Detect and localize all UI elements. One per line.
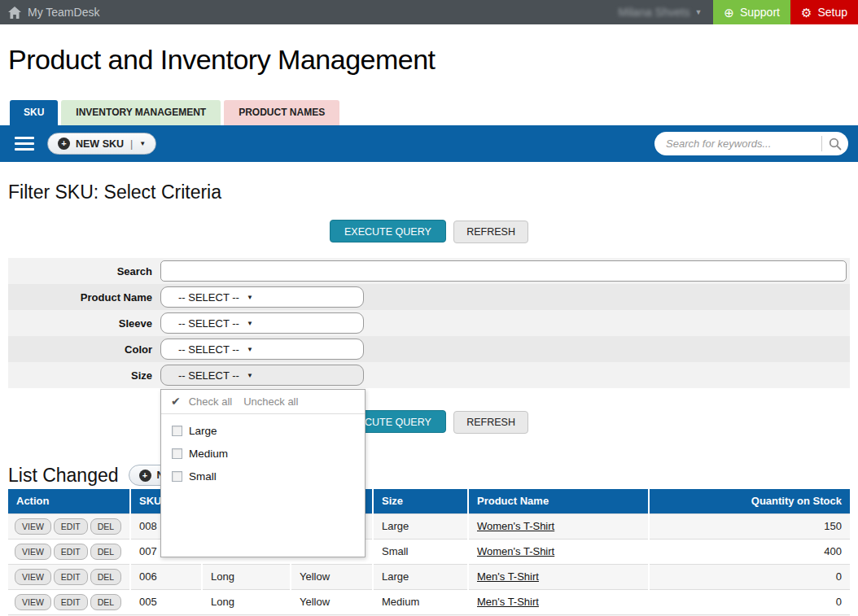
cell-size: Small xyxy=(373,539,468,564)
cell-quantity: 150 xyxy=(649,513,850,539)
cell-quantity: 400 xyxy=(649,539,850,564)
cell-quantity: 0 xyxy=(649,564,850,589)
tab-product-names[interactable]: PRODUCT NAMES xyxy=(224,100,339,125)
chevron-down-icon: ▼ xyxy=(247,320,253,327)
cell-color: Yellow xyxy=(291,564,373,589)
magnifier-icon[interactable] xyxy=(822,132,848,155)
cell-color: Yellow xyxy=(291,589,373,614)
filter-select-size[interactable]: -- SELECT --▼ xyxy=(160,365,364,386)
cell-size: Large xyxy=(373,513,468,539)
tab-bar: SKUINVENTORY MANAGEMENTPRODUCT NAMES xyxy=(10,100,858,125)
checkmark-icon: ✔ xyxy=(171,395,181,408)
filter-select-color[interactable]: -- SELECT --▼ xyxy=(160,339,364,360)
filter-buttons-top: EXECUTE QUERY REFRESH xyxy=(0,220,858,243)
refresh-button[interactable]: REFRESH xyxy=(453,411,528,434)
del-button[interactable]: DEL xyxy=(90,569,121,585)
chevron-down-icon: ▼ xyxy=(247,346,253,353)
edit-button[interactable]: EDIT xyxy=(54,569,88,585)
filter-select-sleeve[interactable]: -- SELECT --▼ xyxy=(160,312,364,334)
chevron-down-icon: ▼ xyxy=(247,294,253,301)
cell-sku: 005 xyxy=(130,589,202,614)
filter-row-sleeve: Sleeve-- SELECT --▼ xyxy=(8,310,850,336)
cell-quantity: 0 xyxy=(649,589,850,614)
del-button[interactable]: DEL xyxy=(90,518,121,535)
edit-button[interactable]: EDIT xyxy=(54,518,88,535)
tab-sku[interactable]: SKU xyxy=(10,100,58,125)
view-button[interactable]: VIEW xyxy=(15,569,51,585)
del-button[interactable]: DEL xyxy=(90,594,121,610)
execute-query-button[interactable]: EXECUTE QUERY xyxy=(330,220,446,242)
edit-button[interactable]: EDIT xyxy=(54,594,88,610)
size-option-medium[interactable]: Medium xyxy=(161,443,365,465)
filter-label-color: Color xyxy=(8,343,160,356)
plus-circle-icon: + xyxy=(139,470,151,482)
gear-icon: ⚙ xyxy=(801,7,812,19)
cell-sleeve: Long xyxy=(202,564,291,589)
chevron-down-icon: ▼ xyxy=(247,372,253,379)
filter-label-sleeve: Sleeve xyxy=(8,317,160,330)
plus-circle-icon: + xyxy=(58,138,70,150)
support-button[interactable]: ⊕ Support xyxy=(713,0,790,24)
size-option-small[interactable]: Small xyxy=(161,465,365,488)
filter-row-search: Search xyxy=(8,258,850,284)
uncheck-all-link[interactable]: Uncheck all xyxy=(243,395,298,408)
edit-button[interactable]: EDIT xyxy=(54,544,88,560)
search-input[interactable] xyxy=(654,138,821,150)
column-header-quantity-on-stock[interactable]: Quantity on Stock xyxy=(649,489,850,513)
home-icon[interactable] xyxy=(8,7,21,19)
checkbox[interactable] xyxy=(172,426,182,436)
column-header-product-name[interactable]: Product Name xyxy=(468,489,649,513)
checkbox[interactable] xyxy=(172,448,182,459)
filter-label-product-name: Product Name xyxy=(8,291,160,304)
size-dropdown-panel: ✔ Check all Uncheck all LargeMediumSmall xyxy=(160,389,366,557)
app-title: My TeamDesk xyxy=(28,6,99,19)
chevron-down-icon[interactable]: ▼ xyxy=(694,8,702,16)
view-button[interactable]: VIEW xyxy=(15,544,51,560)
setup-button[interactable]: ⚙ Setup xyxy=(790,0,858,24)
topbar: My TeamDesk Milana Shvets ▼ ⊕ Support ⚙ … xyxy=(0,0,858,24)
view-button[interactable]: VIEW xyxy=(15,518,51,535)
filter-label-size: Size xyxy=(8,369,160,382)
table-row: VIEWEDITDEL007SmallWomen's T-Shirt400 xyxy=(8,539,850,564)
column-header-action[interactable]: Action xyxy=(8,489,130,513)
product-name-link[interactable]: Men's T-Shirt xyxy=(477,570,539,583)
sku-table: ActionSKUSleeveColorSizeProduct NameQuan… xyxy=(8,489,850,614)
life-ring-icon: ⊕ xyxy=(724,7,734,19)
product-name-link[interactable]: Women's T-Shirt xyxy=(477,545,554,557)
table-header-row: ActionSKUSleeveColorSizeProduct NameQuan… xyxy=(8,489,850,513)
check-all-link[interactable]: Check all xyxy=(189,395,232,408)
filter-heading: Filter SKU: Select Criteria xyxy=(8,181,858,203)
chevron-down-icon[interactable]: ▼ xyxy=(139,140,146,147)
filter-form: SearchProduct Name-- SELECT --▼Sleeve-- … xyxy=(8,258,850,388)
filter-row-size: Size-- SELECT --▼ xyxy=(8,362,850,388)
page-title: Product and Inventory Management xyxy=(8,44,858,76)
view-button[interactable]: VIEW xyxy=(15,594,51,610)
list-header: List Changed + NEW SKU xyxy=(8,463,858,487)
cell-size: Large xyxy=(373,564,468,589)
filter-label-search: Search xyxy=(8,265,160,277)
user-menu[interactable]: Milana Shvets xyxy=(618,6,689,19)
view-toolbar: + NEW SKU | ▼ xyxy=(0,125,858,162)
size-option-large[interactable]: Large xyxy=(161,420,365,443)
table-row: VIEWEDITDEL005LongYellowMediumMen's T-Sh… xyxy=(8,589,850,614)
table-row: VIEWEDITDEL006LongYellowLargeMen's T-Shi… xyxy=(8,564,850,589)
filter-buttons-bottom: EXECUTE QUERY REFRESH xyxy=(0,410,858,434)
product-name-link[interactable]: Women's T-Shirt xyxy=(477,520,554,532)
refresh-button[interactable]: REFRESH xyxy=(453,221,528,243)
new-sku-button[interactable]: + NEW SKU | ▼ xyxy=(47,133,156,155)
hamburger-menu-icon[interactable] xyxy=(15,137,34,151)
tab-inventory-management[interactable]: INVENTORY MANAGEMENT xyxy=(61,100,221,125)
del-button[interactable]: DEL xyxy=(90,544,121,560)
list-heading: List Changed xyxy=(8,465,119,487)
product-name-link[interactable]: Men's T-Shirt xyxy=(477,596,539,608)
cell-sku: 006 xyxy=(130,564,202,589)
filter-search-input[interactable] xyxy=(160,260,847,282)
cell-size: Medium xyxy=(373,589,468,614)
checkbox[interactable] xyxy=(172,471,182,482)
filter-row-product-name: Product Name-- SELECT --▼ xyxy=(8,284,850,310)
filter-select-product-name[interactable]: -- SELECT --▼ xyxy=(160,286,364,308)
filter-row-color: Color-- SELECT --▼ xyxy=(8,336,850,362)
column-header-size[interactable]: Size xyxy=(373,489,468,513)
keyword-search xyxy=(654,132,848,155)
table-row: VIEWEDITDEL008LargeWomen's T-Shirt150 xyxy=(8,513,850,539)
